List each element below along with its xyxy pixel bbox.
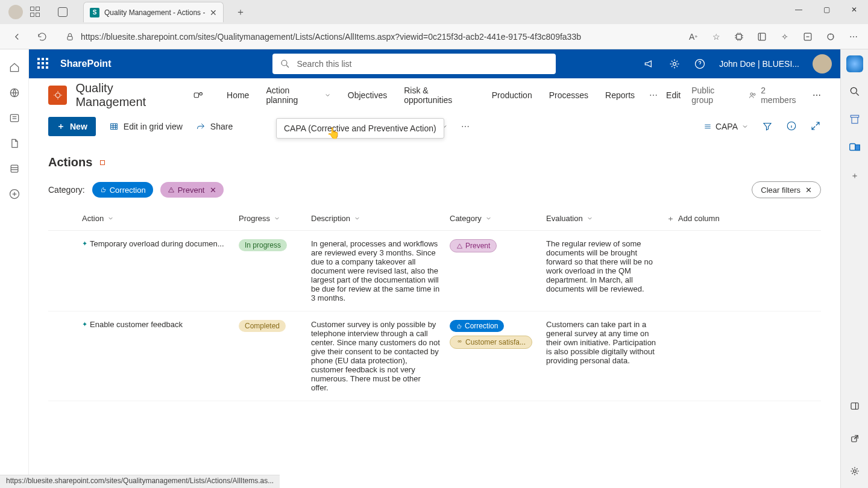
view-selector[interactable]: CAPA — [703, 122, 749, 131]
plus-sidebar-icon[interactable]: ＋ — [846, 167, 863, 184]
filter-pill-prevent[interactable]: Prevent ✕ — [160, 182, 224, 198]
site-more-icon[interactable]: ⋯ — [813, 90, 821, 100]
search-icon — [280, 58, 291, 69]
horizontal-nav: HomeAction planning ObjectivesRisk & opp… — [227, 86, 635, 105]
nav-objectives[interactable]: Objectives — [348, 86, 387, 105]
nav-home[interactable]: Home — [227, 86, 249, 105]
svg-rect-6 — [851, 403, 858, 410]
search-input[interactable]: Search this list — [272, 54, 556, 74]
user-label[interactable]: John Doe | BLUESI... — [719, 59, 799, 69]
list-title: Actions — [48, 155, 92, 169]
new-button[interactable]: ＋ New — [48, 117, 96, 136]
svg-rect-11 — [11, 165, 18, 172]
nav-overflow-icon[interactable]: ⋯ — [649, 90, 658, 100]
avatar[interactable] — [813, 54, 832, 74]
share-button[interactable]: Share — [196, 122, 233, 131]
svg-rect-23 — [101, 160, 105, 164]
settings-sidebar-icon[interactable] — [846, 463, 863, 480]
teams-icon[interactable] — [193, 90, 204, 101]
megaphone-icon[interactable] — [643, 58, 655, 70]
maximize-button[interactable]: ▢ — [813, 0, 840, 19]
info-icon[interactable] — [786, 120, 797, 133]
svg-rect-0 — [68, 36, 72, 40]
favorites-bar-icon[interactable]: ✧ — [779, 31, 791, 43]
sharepoint-favicon: S — [90, 8, 99, 17]
svg-point-14 — [673, 63, 676, 66]
workspaces-icon[interactable] — [30, 7, 41, 17]
back-button[interactable] — [8, 28, 25, 45]
svg-rect-10 — [10, 114, 18, 122]
table-row[interactable]: ✦Enable customer feedbackCompletedCustom… — [48, 311, 821, 401]
edit-title-icon[interactable] — [98, 158, 107, 167]
tab-title: Quality Management - Actions - — [104, 8, 205, 17]
gear-icon[interactable] — [668, 58, 681, 70]
command-bar: ＋ New Edit in grid view Share Integrate … — [29, 112, 840, 141]
downloads-icon[interactable] — [802, 31, 814, 43]
col-action[interactable]: Action — [82, 214, 239, 223]
performance-icon[interactable] — [825, 31, 837, 43]
sidebar-toggle-icon[interactable] — [846, 398, 863, 414]
nav-processes[interactable]: Processes — [549, 86, 588, 105]
external-link-icon[interactable] — [846, 430, 863, 447]
col-progress[interactable]: Progress — [239, 214, 311, 223]
address-bar: https://bluesite.sharepoint.com/sites/Qu… — [0, 24, 868, 49]
filter-row: Category: Correction Prevent ✕ Clear fil… — [48, 181, 821, 198]
reading-mode-icon[interactable]: A» — [687, 31, 699, 43]
create-rail-icon[interactable] — [8, 188, 20, 200]
list-body: Actions Category: Correction Prevent ✕ C… — [29, 141, 840, 488]
extensions-icon[interactable] — [733, 31, 745, 43]
nav-production[interactable]: Production — [492, 86, 532, 105]
shopping-icon[interactable] — [846, 111, 863, 128]
col-evaluation[interactable]: Evaluation — [546, 214, 667, 223]
tooltip: CAPA (Corrective and Preventive Action) — [276, 118, 444, 139]
profile-icon[interactable] — [8, 5, 23, 19]
clear-filters-button[interactable]: Clear filters ✕ — [752, 181, 821, 198]
outlook-icon[interactable] — [846, 139, 863, 155]
search-sidebar-icon[interactable] — [846, 83, 863, 100]
favorite-icon[interactable]: ☆ — [710, 31, 722, 43]
svg-point-18 — [200, 93, 202, 95]
close-window-button[interactable]: ✕ — [840, 0, 868, 19]
filter-pill-correction[interactable]: Correction — [92, 182, 153, 198]
edit-grid-button[interactable]: Edit in grid view — [109, 122, 183, 131]
site-name[interactable]: Quality Management — [75, 81, 184, 109]
help-icon[interactable] — [694, 58, 706, 70]
browser-tab[interactable]: S Quality Management - Actions - ✕ — [83, 2, 224, 22]
nav-reports[interactable]: Reports — [605, 86, 635, 105]
nav-action-planning[interactable]: Action planning — [266, 86, 330, 105]
url-input[interactable]: https://bluesite.sharepoint.com/sites/Qu… — [59, 28, 679, 46]
refresh-button[interactable] — [34, 28, 51, 45]
edit-link[interactable]: Edit — [666, 90, 681, 100]
collections-icon[interactable] — [756, 31, 768, 43]
more-icon[interactable]: ⋯ — [848, 31, 860, 43]
svg-point-19 — [750, 93, 753, 95]
files-rail-icon[interactable] — [8, 137, 20, 149]
cmd-overflow-icon[interactable]: ⋯ — [461, 122, 470, 131]
tab-actions-icon[interactable] — [58, 7, 68, 17]
bing-icon[interactable] — [846, 55, 863, 72]
col-category[interactable]: Category — [450, 214, 546, 223]
new-tab-button[interactable]: ＋ — [236, 6, 245, 19]
svg-point-25 — [460, 340, 462, 342]
nav-risk-opportunities[interactable]: Risk & opportunities — [404, 86, 475, 105]
svg-rect-21 — [110, 124, 117, 129]
close-tab-icon[interactable]: ✕ — [210, 8, 217, 17]
members-link[interactable]: 2 members — [748, 86, 802, 105]
window-titlebar: S Quality Management - Actions - ✕ ＋ ― ▢… — [0, 0, 868, 24]
home-rail-icon[interactable] — [8, 61, 20, 74]
globe-rail-icon[interactable] — [8, 87, 20, 99]
left-rail — [0, 49, 29, 488]
app-launcher-icon[interactable] — [37, 58, 49, 70]
col-description[interactable]: Description — [311, 214, 450, 223]
lists-rail-icon[interactable] — [8, 163, 20, 175]
site-logo[interactable] — [48, 86, 67, 105]
news-rail-icon[interactable] — [8, 112, 20, 124]
minimize-button[interactable]: ― — [785, 0, 813, 19]
col-add-column[interactable]: ＋ Add column — [667, 213, 775, 224]
filter-icon[interactable] — [762, 120, 773, 133]
table-row[interactable]: ✦Temporary overload during documen...In … — [48, 231, 821, 311]
search-placeholder: Search this list — [297, 59, 351, 69]
list-grid: Action Progress Description Category Eva… — [48, 207, 821, 401]
expand-icon[interactable] — [810, 120, 821, 133]
brand-label[interactable]: SharePoint — [60, 58, 111, 69]
